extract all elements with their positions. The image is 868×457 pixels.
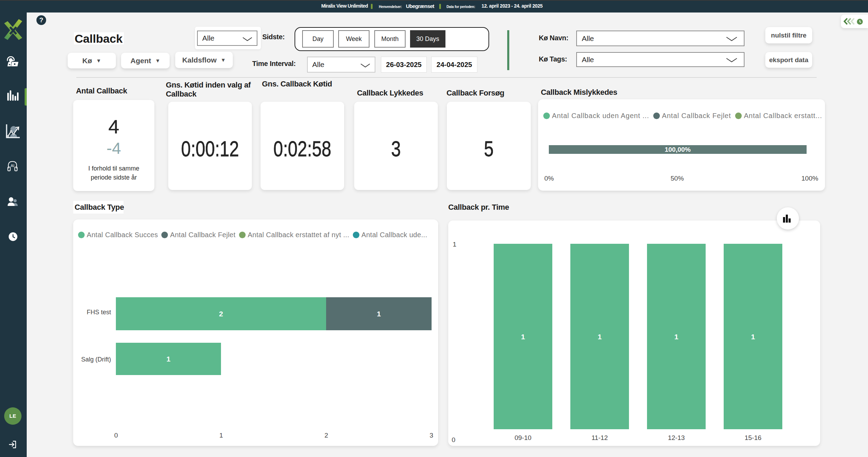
svg-text:AI: AI: [11, 164, 14, 168]
